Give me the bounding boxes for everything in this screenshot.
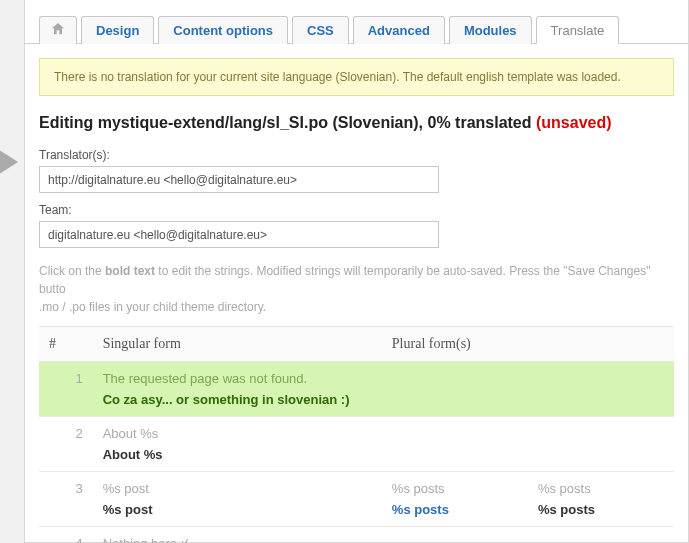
table-header-row: # Singular form Plural form(s) bbox=[39, 327, 674, 362]
tab-css[interactable]: CSS bbox=[292, 16, 349, 44]
tab-content-options[interactable]: Content options bbox=[158, 16, 288, 44]
team-field: Team: bbox=[39, 203, 674, 248]
row-number: 3 bbox=[39, 472, 93, 527]
tab-modules[interactable]: Modules bbox=[449, 16, 532, 44]
translated-string[interactable]: Co za asy... or something in slovenian :… bbox=[103, 392, 664, 407]
col-num: # bbox=[39, 327, 93, 362]
help-text: Click on the bold text to edit the strin… bbox=[39, 262, 674, 316]
translated-string[interactable]: %s posts bbox=[392, 502, 518, 517]
home-icon bbox=[50, 21, 66, 40]
table-cell: Nothing here :(Nothing here :( bbox=[93, 527, 674, 544]
team-input[interactable] bbox=[39, 221, 439, 248]
help-bold: bold text bbox=[105, 264, 155, 278]
table-row: 1The requested page was not found.Co za … bbox=[39, 362, 674, 417]
translated-string[interactable]: %s posts bbox=[538, 502, 664, 517]
original-string: The requested page was not found. bbox=[103, 371, 664, 386]
row-number: 2 bbox=[39, 417, 93, 472]
unsaved-badge: (unsaved) bbox=[536, 114, 612, 131]
side-pointer bbox=[0, 148, 18, 176]
table-cell: About %sAbout %s bbox=[93, 417, 674, 472]
tab-advanced[interactable]: Advanced bbox=[353, 16, 445, 44]
tabs: Design Content options CSS Advanced Modu… bbox=[25, 10, 688, 44]
tab-home[interactable] bbox=[39, 16, 77, 44]
heading-text: Editing mystique-extend/lang/sl_SI.po (S… bbox=[39, 114, 536, 131]
table-cell: %s post%s post bbox=[93, 472, 382, 527]
row-number: 4 bbox=[39, 527, 93, 544]
tab-design[interactable]: Design bbox=[81, 16, 154, 44]
original-string: Nothing here :( bbox=[103, 536, 664, 543]
translator-label: Translator(s): bbox=[39, 148, 674, 162]
page: Design Content options CSS Advanced Modu… bbox=[24, 0, 689, 543]
original-string: %s post bbox=[103, 481, 372, 496]
help-line2: .mo / .po files in your child theme dire… bbox=[39, 300, 266, 314]
translated-string[interactable]: About %s bbox=[103, 447, 664, 462]
original-string: %s posts bbox=[538, 481, 664, 496]
team-label: Team: bbox=[39, 203, 674, 217]
table-row: 2About %sAbout %s bbox=[39, 417, 674, 472]
help-before: Click on the bbox=[39, 264, 105, 278]
translator-field: Translator(s): bbox=[39, 148, 674, 193]
table-row: 4Nothing here :(Nothing here :( bbox=[39, 527, 674, 544]
tab-translate[interactable]: Translate bbox=[536, 16, 620, 44]
table-cell: %s posts%s posts bbox=[382, 472, 528, 527]
table-cell: The requested page was not found.Co za a… bbox=[93, 362, 674, 417]
row-number: 1 bbox=[39, 362, 93, 417]
table-cell: %s posts%s posts bbox=[528, 472, 674, 527]
translation-alert: There is no translation for your current… bbox=[39, 58, 674, 96]
original-string: About %s bbox=[103, 426, 664, 441]
original-string: %s posts bbox=[392, 481, 518, 496]
content: There is no translation for your current… bbox=[25, 44, 688, 543]
alert-text: There is no translation for your current… bbox=[54, 70, 621, 84]
col-plural: Plural form(s) bbox=[382, 327, 674, 362]
translator-input[interactable] bbox=[39, 166, 439, 193]
page-title: Editing mystique-extend/lang/sl_SI.po (S… bbox=[39, 114, 674, 132]
table-row: 3%s post%s post%s posts%s posts%s posts%… bbox=[39, 472, 674, 527]
translated-string[interactable]: %s post bbox=[103, 502, 372, 517]
col-singular: Singular form bbox=[93, 327, 382, 362]
translation-table: # Singular form Plural form(s) 1The requ… bbox=[39, 326, 674, 543]
